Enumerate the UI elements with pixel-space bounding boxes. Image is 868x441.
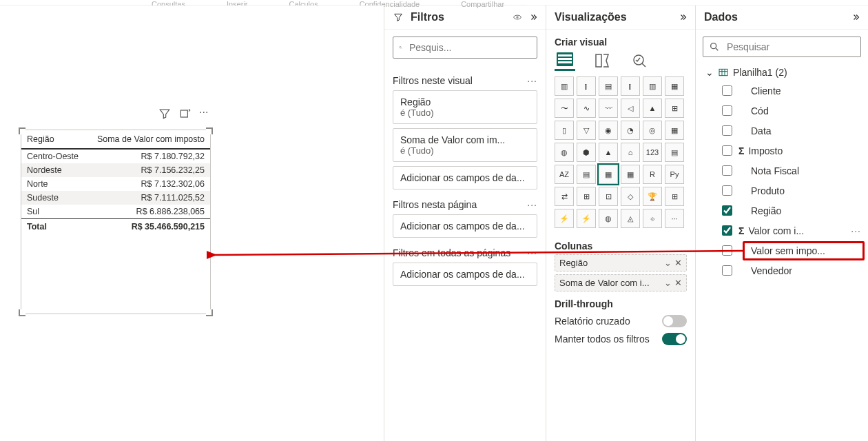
viz-type-icon[interactable]: ▲ <box>599 143 618 162</box>
viz-type-icon[interactable]: ⟐ <box>643 209 662 228</box>
viz-type-icon[interactable]: ⊞ <box>577 187 596 206</box>
field-row[interactable]: Cód <box>700 101 864 121</box>
viz-type-icon[interactable]: ▲ <box>643 99 662 118</box>
field-row[interactable]: Cliente <box>700 81 864 101</box>
field-checkbox[interactable] <box>722 125 732 136</box>
field-checkbox[interactable] <box>722 225 732 236</box>
filter-search[interactable] <box>393 37 537 59</box>
viz-type-icon[interactable]: ▦ <box>599 165 618 184</box>
viz-type-icon[interactable]: 🏆 <box>643 187 662 206</box>
field-row[interactable]: Nota Fiscal <box>700 161 864 181</box>
viz-type-icon[interactable]: ⫿ <box>577 76 596 96</box>
more-options-icon[interactable]: ··· <box>199 107 213 121</box>
viz-type-icon[interactable]: ⊞ <box>665 187 684 206</box>
section-more-icon[interactable]: ··· <box>527 247 537 258</box>
table-visual[interactable]: ··· Região Soma de Valor com imposto Cen… <box>21 130 211 314</box>
viz-type-icon[interactable]: ▯ <box>555 121 574 140</box>
tab-analytics[interactable] <box>629 50 650 71</box>
viz-type-icon[interactable]: ▥ <box>555 76 574 96</box>
field-checkbox[interactable] <box>722 245 732 256</box>
data-search-input[interactable] <box>725 41 855 53</box>
table-row[interactable]: NorteR$ 7.132.302,06 <box>21 177 210 191</box>
viz-type-icon[interactable]: ◍ <box>599 209 618 228</box>
viz-type-icon[interactable]: ◔ <box>621 121 640 140</box>
field-row[interactable]: ΣImposto <box>700 141 864 161</box>
viz-type-icon[interactable]: ⌂ <box>621 143 640 162</box>
viz-type-icon[interactable]: 123 <box>643 143 662 162</box>
viz-type-icon[interactable]: ⫿ <box>621 76 640 96</box>
field-checkbox[interactable] <box>722 145 732 156</box>
field-row[interactable]: ΣValor com i...··· <box>700 220 864 240</box>
filter-add-placeholder[interactable]: Adicionar os campos de da... <box>393 166 537 189</box>
viz-type-icon[interactable]: ··· <box>665 209 684 228</box>
field-checkbox[interactable] <box>722 85 732 96</box>
field-checkbox[interactable] <box>722 165 732 176</box>
filter-icon[interactable] <box>158 107 172 121</box>
chevron-down-icon[interactable]: ⌄ <box>664 278 672 288</box>
table-node[interactable]: ⌄ Planilha1 (2) <box>700 64 864 81</box>
viz-type-icon[interactable]: ∿ <box>577 99 596 118</box>
viz-type-icon[interactable]: ▤ <box>665 143 684 162</box>
viz-type-icon[interactable]: ▤ <box>577 165 596 184</box>
viz-type-icon[interactable]: ◉ <box>599 121 618 140</box>
filter-card[interactable]: Soma de Valor com im... é (Tudo) <box>393 128 537 162</box>
viz-type-icon[interactable]: ◇ <box>621 187 640 206</box>
filter-search-input[interactable] <box>408 41 531 54</box>
table-row[interactable]: NordesteR$ 7.156.232,25 <box>21 163 210 177</box>
viz-type-icon[interactable]: R <box>643 165 662 184</box>
col-header[interactable]: Soma de Valor com imposto <box>87 130 210 149</box>
eye-icon[interactable] <box>513 12 522 22</box>
focus-mode-icon[interactable] <box>178 107 192 121</box>
viz-type-icon[interactable]: ◍ <box>555 143 574 162</box>
table-row[interactable]: SudesteR$ 7.111.025,52 <box>21 191 210 205</box>
viz-type-icon[interactable]: ◎ <box>643 121 662 140</box>
viz-type-icon[interactable]: ⊞ <box>665 99 684 118</box>
field-well-item[interactable]: Soma de Valor com i... ⌄✕ <box>555 274 687 291</box>
viz-type-icon[interactable]: 〜 <box>555 99 574 118</box>
viz-type-icon[interactable]: AZ <box>555 165 574 184</box>
viz-type-icon[interactable]: ⚡ <box>555 209 574 228</box>
field-row[interactable]: Vendedor <box>700 260 864 280</box>
tab-build[interactable] <box>555 50 575 71</box>
field-row[interactable]: Região <box>700 201 864 220</box>
chevron-down-icon[interactable]: ⌄ <box>664 258 672 268</box>
viz-type-icon[interactable]: ⚡ <box>577 209 596 228</box>
filter-card[interactable]: Região é (Tudo) <box>393 90 537 124</box>
viz-type-icon[interactable]: ▦ <box>665 121 684 140</box>
viz-type-icon[interactable]: ⬢ <box>577 143 596 162</box>
viz-type-icon[interactable]: ▦ <box>621 165 640 184</box>
field-row[interactable]: Data <box>700 121 864 141</box>
remove-icon[interactable]: ✕ <box>674 258 682 268</box>
field-checkbox[interactable] <box>722 205 732 216</box>
field-more-icon[interactable]: ··· <box>851 225 861 236</box>
remove-icon[interactable]: ✕ <box>674 278 682 288</box>
cross-report-toggle[interactable] <box>662 315 687 327</box>
viz-type-icon[interactable]: ▦ <box>665 76 684 96</box>
col-header[interactable]: Região <box>21 130 87 149</box>
viz-type-icon[interactable]: ◬ <box>621 209 640 228</box>
collapse-icon[interactable] <box>851 12 861 22</box>
field-checkbox[interactable] <box>722 265 732 276</box>
table-row[interactable]: Centro-OesteR$ 7.180.792,32 <box>21 149 210 163</box>
data-search[interactable] <box>703 37 861 57</box>
field-checkbox[interactable] <box>722 105 732 116</box>
section-more-icon[interactable]: ··· <box>527 199 537 210</box>
keep-filters-toggle[interactable] <box>662 333 687 345</box>
collapse-icon[interactable] <box>529 12 539 22</box>
viz-type-icon[interactable]: ◁ <box>621 99 640 118</box>
section-more-icon[interactable]: ··· <box>527 75 537 86</box>
field-row[interactable]: Produto <box>700 181 864 201</box>
viz-type-icon[interactable]: ▤ <box>599 76 618 96</box>
viz-type-icon[interactable]: ⇄ <box>555 187 574 206</box>
viz-type-icon[interactable]: Py <box>665 165 684 184</box>
viz-type-icon[interactable]: ▽ <box>577 121 596 140</box>
table-row[interactable]: SulR$ 6.886.238,065 <box>21 205 210 219</box>
field-well-item[interactable]: Região ⌄✕ <box>555 254 687 271</box>
field-checkbox[interactable] <box>722 185 732 196</box>
viz-type-icon[interactable]: ▥ <box>643 76 662 96</box>
report-canvas[interactable]: ··· Região Soma de Valor com imposto Cen… <box>0 6 384 441</box>
viz-type-icon[interactable]: ⊡ <box>599 187 618 206</box>
collapse-icon[interactable] <box>679 12 688 22</box>
filter-add-placeholder[interactable]: Adicionar os campos de da... <box>393 263 537 286</box>
viz-type-icon[interactable]: 〰 <box>599 99 618 118</box>
